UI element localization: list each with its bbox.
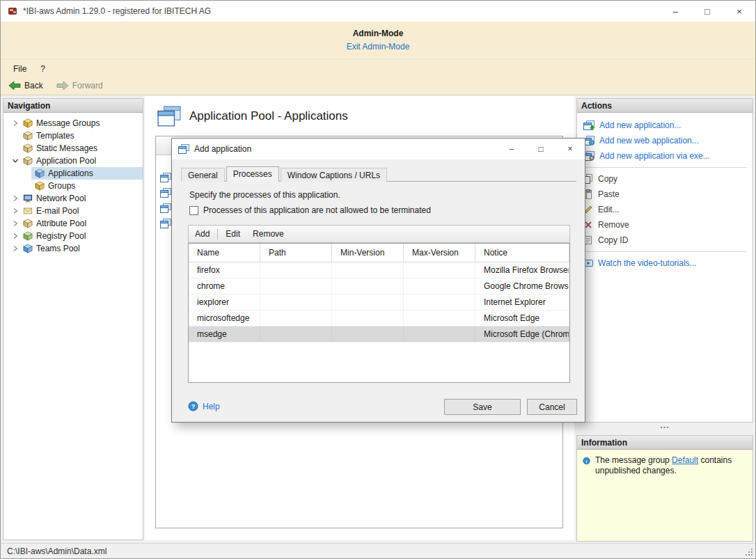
panel-splitter[interactable]: ... <box>576 423 753 434</box>
static-messages-icon <box>22 143 33 153</box>
chevron-right-icon[interactable] <box>12 120 19 127</box>
column-header-max-version[interactable]: Max-Version <box>404 244 475 262</box>
default-message-group-link[interactable]: Default <box>672 455 698 465</box>
cell-path <box>260 294 332 310</box>
cell-min-version <box>332 278 404 294</box>
attribute-pool-icon <box>22 219 33 228</box>
cancel-button[interactable]: Cancel <box>527 399 577 415</box>
forward-button[interactable]: Forward <box>54 79 109 92</box>
menu-bar: File ? <box>1 61 755 77</box>
registry-pool-icon <box>22 231 33 241</box>
cell-max-version <box>404 310 475 326</box>
back-button[interactable]: Back <box>6 79 49 92</box>
groups-icon <box>34 181 45 191</box>
action-copy[interactable]: Copy <box>577 171 753 187</box>
nav-toolbar: Back Forward <box>1 77 755 95</box>
sidebar-item-label: Attribute Pool <box>36 219 86 228</box>
chevron-right-icon[interactable] <box>12 195 19 202</box>
chevron-right-icon[interactable] <box>12 220 19 227</box>
save-button[interactable]: Save <box>444 399 521 415</box>
exit-admin-mode-link[interactable]: Exit Admin-Mode <box>347 42 410 52</box>
application-pool-page-icon <box>157 106 181 127</box>
action-copy-id[interactable]: Copy ID <box>577 233 753 248</box>
cell-min-version <box>332 294 404 310</box>
resize-grip[interactable] <box>745 548 754 557</box>
table-header-row: Name Path Min-Version Max-Version Notice <box>189 244 569 262</box>
action-add-new-application[interactable]: Add new application... <box>577 118 753 133</box>
navigation-panel: Navigation Message Groups Templates Stat… <box>3 98 143 540</box>
help-icon: ? <box>188 401 198 411</box>
table-row[interactable]: firefox Mozilla Firefox Browser <box>189 262 569 278</box>
dialog-close-button[interactable]: × <box>556 139 585 159</box>
action-edit[interactable]: Edit... <box>577 202 753 217</box>
info-text-prefix: The message group <box>595 455 672 465</box>
processes-table: Name Path Min-Version Max-Version Notice… <box>188 243 570 383</box>
chevron-right-icon[interactable] <box>12 207 19 214</box>
action-add-new-web-application[interactable]: Add new web application... <box>577 133 753 148</box>
sidebar-item-network-pool[interactable]: Network Pool <box>3 192 143 205</box>
chevron-right-icon[interactable] <box>12 233 19 239</box>
chevron-down-icon[interactable] <box>12 157 19 164</box>
app-logo-icon <box>7 6 18 17</box>
table-row[interactable]: iexplorer Internet Explorer <box>189 294 569 310</box>
sidebar-item-attribute-pool[interactable]: Attribute Pool <box>3 217 143 230</box>
network-pool-icon <box>22 194 33 203</box>
help-link[interactable]: ? Help <box>188 401 220 411</box>
action-label: Add new application... <box>599 120 681 130</box>
column-header-path[interactable]: Path <box>260 244 332 262</box>
chevron-right-icon[interactable] <box>12 245 19 252</box>
column-header-name[interactable]: Name <box>189 244 260 262</box>
column-header-min-version[interactable]: Min-Version <box>332 244 404 262</box>
tab-general[interactable]: General <box>181 168 225 182</box>
table-row-selected[interactable]: msedge Microsoft Edge (Chrom... <box>189 326 569 343</box>
action-label: Add new web application... <box>599 136 699 145</box>
back-label: Back <box>24 81 43 90</box>
add-application-dialog-icon <box>178 144 189 154</box>
status-bar: C:\IBI-aws\Admin\Data.xml <box>1 543 755 558</box>
sidebar-item-groups[interactable]: Groups <box>3 180 143 192</box>
action-watch-video-tutorials[interactable]: Watch the video-tutorials... <box>577 255 753 271</box>
svg-text:i: i <box>586 459 588 464</box>
actions-header: Actions <box>577 99 753 113</box>
cell-notice: Microsoft Edge (Chrom... <box>475 326 569 342</box>
table-row[interactable]: microsoftedge Microsoft Edge <box>189 310 569 326</box>
menu-help[interactable]: ? <box>33 61 52 77</box>
cell-min-version <box>332 310 404 326</box>
terminate-not-allowed-checkbox[interactable] <box>189 206 198 215</box>
tab-window-captions-urls[interactable]: Window Captions / URLs <box>281 168 387 182</box>
dialog-maximize-button[interactable]: □ <box>526 139 556 159</box>
cell-path <box>260 262 332 278</box>
column-header-notice[interactable]: Notice <box>475 244 569 262</box>
maximize-button[interactable]: □ <box>691 1 723 22</box>
close-button[interactable]: × <box>723 1 755 22</box>
process-edit-button[interactable]: Edit <box>219 226 246 242</box>
sidebar-item-applications[interactable]: Applications <box>31 167 143 180</box>
navigation-header: Navigation <box>3 99 143 113</box>
sidebar-item-registry-pool[interactable]: Registry Pool <box>3 230 143 242</box>
cell-notice: Mozilla Firefox Browser <box>475 262 569 278</box>
action-paste[interactable]: Paste <box>577 187 753 202</box>
dialog-title: Add application <box>194 144 251 154</box>
forward-label: Forward <box>72 81 103 90</box>
sidebar-item-static-messages[interactable]: Static Messages <box>3 142 143 155</box>
cell-max-version <box>404 294 475 310</box>
sidebar-item-templates[interactable]: Templates <box>3 129 143 142</box>
action-remove[interactable]: Remove <box>577 217 753 233</box>
sidebar-item-application-pool[interactable]: Application Pool <box>3 155 143 167</box>
dialog-minimize-button[interactable]: – <box>497 139 526 159</box>
application-item-icon <box>160 188 171 198</box>
dialog-title-bar: Add application – □ × <box>172 139 585 159</box>
process-add-button[interactable]: Add <box>189 226 216 242</box>
action-add-new-application-via-exe[interactable]: Add new application via exe... <box>577 148 753 164</box>
tab-processes[interactable]: Processes <box>226 166 279 182</box>
sidebar-item-email-pool[interactable]: E-mail Pool <box>3 205 143 217</box>
cell-path <box>260 278 332 294</box>
action-label: Edit... <box>598 205 620 214</box>
sidebar-item-message-groups[interactable]: Message Groups <box>3 117 143 129</box>
information-header: Information <box>577 436 753 450</box>
minimize-button[interactable]: – <box>659 1 691 22</box>
process-remove-button[interactable]: Remove <box>246 226 290 242</box>
table-row[interactable]: chrome Google Chrome Browser <box>189 278 569 294</box>
sidebar-item-teams-pool[interactable]: Teams Pool <box>3 242 143 255</box>
menu-file[interactable]: File <box>6 61 33 77</box>
